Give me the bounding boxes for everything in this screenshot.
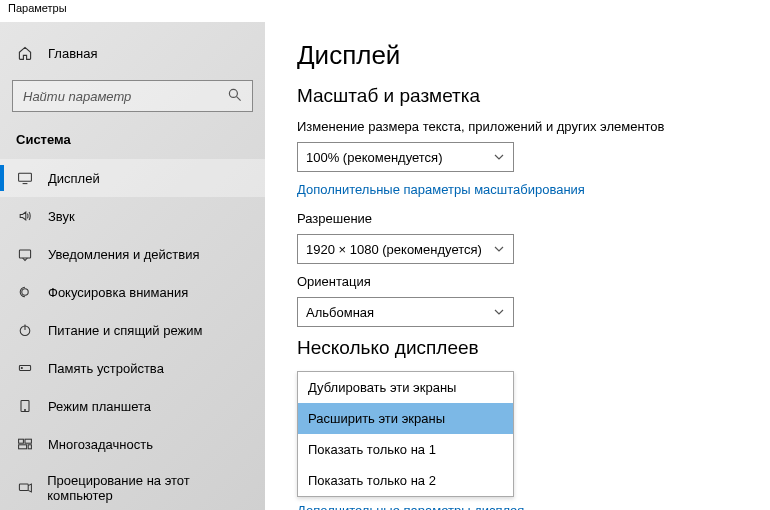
window-title: Параметры	[0, 0, 770, 22]
sidebar-item-label: Звук	[48, 209, 75, 224]
chevron-down-icon	[493, 306, 505, 318]
sound-icon	[16, 207, 34, 225]
orientation-value: Альбомная	[306, 305, 374, 320]
tablet-icon	[16, 397, 34, 415]
multi-option-only2[interactable]: Показать только на 2	[298, 465, 513, 496]
additional-display-link[interactable]: Дополнительные параметры дисплея	[297, 503, 746, 510]
content-pane: Дисплей Масштаб и разметка Изменение раз…	[265, 22, 770, 510]
power-icon	[16, 321, 34, 339]
multi-option-duplicate[interactable]: Дублировать эти экраны	[298, 372, 513, 403]
resolution-value: 1920 × 1080 (рекомендуется)	[306, 242, 482, 257]
orientation-select[interactable]: Альбомная	[297, 297, 514, 327]
sidebar-item-label: Многозадачность	[48, 437, 153, 452]
sidebar-item-label: Дисплей	[48, 171, 100, 186]
sidebar-item-label: Проецирование на этот компьютер	[47, 473, 249, 503]
svg-rect-4	[19, 250, 30, 258]
svg-rect-12	[25, 439, 31, 443]
projecting-icon	[16, 479, 33, 497]
multitask-icon	[16, 435, 34, 453]
sidebar: Главная Система Дисплей Звук Уведо	[0, 22, 265, 510]
sidebar-item-tablet[interactable]: Режим планшета	[0, 387, 265, 425]
sidebar-item-focus[interactable]: Фокусировка внимания	[0, 273, 265, 311]
section-multi: Несколько дисплеев	[297, 337, 746, 359]
sidebar-item-projecting[interactable]: Проецирование на этот компьютер	[0, 463, 265, 510]
resolution-label: Разрешение	[297, 211, 746, 226]
sidebar-category: Система	[0, 128, 265, 159]
orientation-label: Ориентация	[297, 274, 746, 289]
chevron-down-icon	[493, 243, 505, 255]
svg-rect-13	[19, 445, 27, 449]
page-title: Дисплей	[297, 40, 746, 71]
scale-select[interactable]: 100% (рекомендуется)	[297, 142, 514, 172]
focus-icon	[16, 283, 34, 301]
multi-option-only1[interactable]: Показать только на 1	[298, 434, 513, 465]
sidebar-item-label: Режим планшета	[48, 399, 151, 414]
sidebar-item-display[interactable]: Дисплей	[0, 159, 265, 197]
chevron-down-icon	[493, 151, 505, 163]
advanced-scale-link[interactable]: Дополнительные параметры масштабирования	[297, 182, 746, 197]
svg-point-8	[21, 367, 22, 368]
sidebar-item-sound[interactable]: Звук	[0, 197, 265, 235]
sidebar-item-power[interactable]: Питание и спящий режим	[0, 311, 265, 349]
sidebar-home[interactable]: Главная	[0, 34, 265, 72]
multi-display-dropdown[interactable]: Дублировать эти экраны Расширить эти экр…	[297, 371, 514, 497]
svg-point-0	[229, 89, 237, 97]
storage-icon	[16, 359, 34, 377]
svg-point-10	[25, 410, 26, 411]
svg-line-1	[237, 97, 241, 101]
multi-option-extend[interactable]: Расширить эти экраны	[298, 403, 513, 434]
section-scale: Масштаб и разметка	[297, 85, 746, 107]
svg-rect-15	[19, 484, 28, 490]
scale-label: Изменение размера текста, приложений и д…	[297, 119, 746, 134]
sidebar-item-multitask[interactable]: Многозадачность	[0, 425, 265, 463]
sidebar-item-label: Уведомления и действия	[48, 247, 200, 262]
search-icon	[227, 87, 245, 105]
home-icon	[16, 44, 34, 62]
svg-rect-11	[19, 439, 24, 443]
display-icon	[16, 169, 34, 187]
sidebar-home-label: Главная	[48, 46, 97, 61]
notifications-icon	[16, 245, 34, 263]
sidebar-item-label: Питание и спящий режим	[48, 323, 202, 338]
scale-value: 100% (рекомендуется)	[306, 150, 442, 165]
sidebar-item-label: Память устройства	[48, 361, 164, 376]
resolution-select[interactable]: 1920 × 1080 (рекомендуется)	[297, 234, 514, 264]
sidebar-item-label: Фокусировка внимания	[48, 285, 188, 300]
svg-rect-2	[19, 173, 32, 181]
svg-rect-14	[28, 445, 31, 449]
search-box[interactable]	[12, 80, 253, 112]
sidebar-item-storage[interactable]: Память устройства	[0, 349, 265, 387]
search-input[interactable]	[12, 80, 253, 112]
sidebar-item-notifications[interactable]: Уведомления и действия	[0, 235, 265, 273]
